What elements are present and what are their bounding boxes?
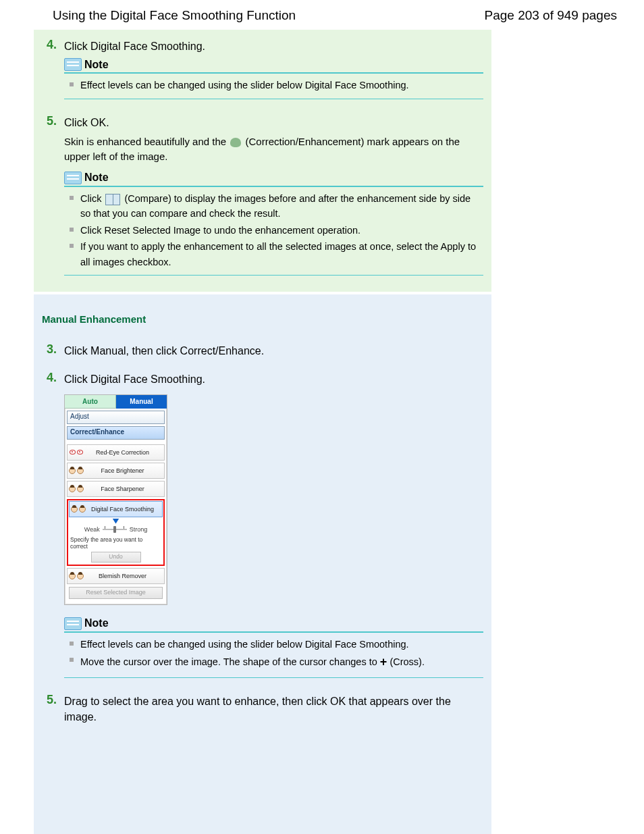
blemish-remover-icon <box>68 573 85 579</box>
step-5: 5. Click OK. <box>47 114 483 130</box>
step-number: 4. <box>47 371 61 385</box>
note-item: Effect levels can be changed using the s… <box>79 637 483 652</box>
slider-weak-label: Weak <box>84 526 100 533</box>
step-text: Click Manual, then click Correct/Enhance… <box>64 342 264 359</box>
enhancement-panel: Auto Manual Adjust Correct/Enhance Red-E… <box>64 394 167 605</box>
tab-manual[interactable]: Manual <box>116 395 167 409</box>
reset-selected-image-button[interactable]: Reset Selected Image <box>69 587 163 599</box>
specify-text: Specify the area you want to correct <box>69 536 163 550</box>
tool-face-brightener[interactable]: Face Brightener <box>67 463 165 479</box>
arrow-down-icon <box>113 519 119 524</box>
face-sharpener-icon <box>68 486 85 492</box>
note-item: Effect levels can be changed using the s… <box>79 78 483 93</box>
step-text: Click Digital Face Smoothing. <box>64 38 205 54</box>
slider-strong-label: Strong <box>130 526 148 533</box>
digital-face-smoothing-highlight: Digital Face Smoothing Weak Strong Speci… <box>67 499 165 566</box>
note-icon <box>64 58 82 71</box>
correction-enhancement-icon <box>230 138 241 147</box>
page-header: Using the Digital Face Smoothing Functio… <box>0 0 644 30</box>
tool-blemish-remover[interactable]: Blemish Remover <box>67 568 165 584</box>
note-box-2: Note Click (Compare) to display the imag… <box>64 172 483 276</box>
note-title: Note <box>84 172 109 184</box>
cross-cursor-icon: + <box>380 653 387 672</box>
note-item: Click Reset Selected Image to undo the e… <box>79 223 483 238</box>
face-smoothing-icon <box>70 506 87 513</box>
note-item: If you want to apply the enhancement to … <box>79 239 483 269</box>
manual-enhancement-heading: Manual Enhancement <box>42 313 483 325</box>
adjust-button[interactable]: Adjust <box>67 411 165 424</box>
tool-face-sharpener[interactable]: Face Sharpener <box>67 481 165 497</box>
undo-button[interactable]: Undo <box>91 552 141 563</box>
note-item: Click (Compare) to display the images be… <box>79 191 483 221</box>
step-text: Drag to select the area you want to enha… <box>64 693 483 725</box>
note-title: Note <box>84 59 109 71</box>
note-box-3: Note Effect levels can be changed using … <box>64 617 483 678</box>
step-5-description: Skin is enhanced beautifully and the (Co… <box>64 134 483 165</box>
step-4-manual: 4. Click Digital Face Smoothing. <box>47 371 483 387</box>
auto-section: 4. Click Digital Face Smoothing. Note Ef… <box>34 30 491 292</box>
step-number: 5. <box>47 693 61 707</box>
page-indicator: Page 203 of 949 pages <box>484 8 617 23</box>
step-number: 4. <box>47 38 61 52</box>
note-box-1: Note Effect levels can be changed using … <box>64 58 483 99</box>
correct-enhance-button[interactable]: Correct/Enhance <box>67 426 165 440</box>
compare-icon <box>105 194 120 205</box>
step-number: 5. <box>47 114 61 128</box>
redeye-icon <box>68 450 85 454</box>
note-icon <box>64 172 82 184</box>
step-number: 3. <box>47 342 61 357</box>
step-4: 4. Click Digital Face Smoothing. <box>47 38 483 54</box>
tool-redeye[interactable]: Red-Eye Correction <box>67 444 165 461</box>
step-text: Click OK. <box>64 114 109 130</box>
tool-digital-face-smoothing[interactable]: Digital Face Smoothing <box>69 501 163 517</box>
step-3: 3. Click Manual, then click Correct/Enha… <box>47 342 483 359</box>
face-brightener-icon <box>68 467 85 474</box>
effect-slider[interactable] <box>103 526 127 533</box>
step-5-manual: 5. Drag to select the area you want to e… <box>47 693 483 725</box>
note-title: Note <box>84 617 109 629</box>
page-title: Using the Digital Face Smoothing Functio… <box>53 8 296 23</box>
step-text: Click Digital Face Smoothing. <box>64 371 205 387</box>
manual-section: Manual Enhancement 3. Click Manual, then… <box>34 294 491 834</box>
note-item: Move the cursor over the image. The shap… <box>79 653 483 672</box>
tab-auto[interactable]: Auto <box>65 395 116 409</box>
note-icon <box>64 617 82 630</box>
